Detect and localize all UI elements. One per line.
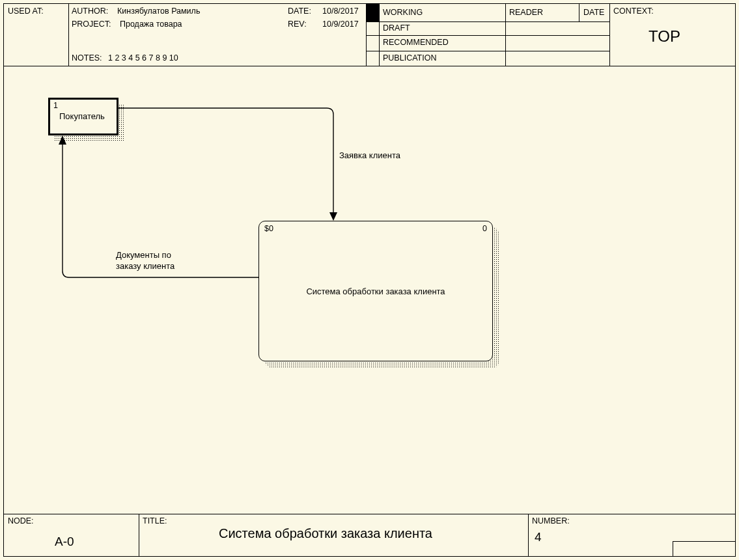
hdr-div-3b: [505, 21, 506, 66]
context-value: TOP: [648, 27, 680, 46]
author-label: AUTHOR:: [72, 7, 108, 16]
hdr-row-1: [366, 21, 609, 22]
process-left-tag: $0: [264, 224, 273, 233]
arrow2-label-line1: Документы по: [116, 250, 171, 260]
footer-title-value: Система обработки заказа клиента: [219, 526, 432, 541]
hdr-row-3: [366, 51, 609, 51]
context-label: CONTEXT:: [613, 7, 654, 16]
hdr-div-4: [609, 4, 610, 66]
notes-label: NOTES:: [72, 53, 102, 63]
footer-div-2: [528, 514, 529, 556]
status-marker: [366, 4, 379, 21]
footer-div-1: [139, 514, 139, 556]
process-label: Система обработки заказа клиента: [259, 287, 492, 296]
status-recommended: RECOMMENDED: [383, 38, 449, 47]
date-value: 10/8/2017: [322, 7, 359, 16]
rev-label: REV:: [288, 20, 307, 29]
hdr-div-date: [579, 4, 579, 21]
actor-number: 1: [53, 101, 58, 110]
status-draft: DRAFT: [383, 23, 410, 33]
actor-box: 1 Покупатель: [48, 98, 119, 135]
project-value: Продажа товара: [120, 20, 182, 29]
footer-corner-box: [673, 541, 735, 556]
outer-frame: USED AT: AUTHOR: Кинзябулатов Рамиль PRO…: [3, 3, 736, 557]
author-value: Кинзябулатов Рамиль: [117, 7, 200, 16]
status-publication: PUBLICATION: [383, 53, 436, 63]
hdr-div-1: [68, 4, 69, 66]
hdr-row-2: [366, 35, 609, 36]
reader-label: READER: [509, 8, 543, 17]
footer-top-line: [4, 514, 735, 514]
footer-node-label: NODE:: [8, 516, 34, 525]
footer-number-label: NUMBER:: [532, 516, 570, 525]
arrow1-label: Заявка клиента: [339, 150, 400, 160]
process-right-tag: 0: [482, 224, 487, 233]
hdr-bottom: [4, 66, 735, 66]
footer-title-label: TITLE:: [143, 516, 167, 525]
footer-number-value: 4: [535, 530, 542, 544]
status-working: WORKING: [383, 8, 423, 17]
rev-value: 10/9/2017: [322, 20, 359, 29]
actor-label: Покупатель: [59, 111, 105, 121]
process-box: $0 0 Система обработки заказа клиента: [258, 221, 493, 361]
idef0-page: USED AT: AUTHOR: Кинзябулатов Рамиль PRO…: [0, 0, 739, 560]
date-label: DATE:: [288, 7, 311, 16]
svg-marker-0: [329, 212, 337, 221]
project-label: PROJECT:: [72, 20, 111, 29]
arrow2-label-line2: заказу клиента: [116, 261, 174, 271]
footer-node-value: A-0: [55, 535, 74, 549]
used-at-label: USED AT:: [8, 7, 44, 16]
hdr-div-3: [505, 4, 506, 21]
reader-date-label: DATE: [583, 8, 604, 17]
notes-value: 1 2 3 4 5 6 7 8 9 10: [108, 53, 178, 63]
